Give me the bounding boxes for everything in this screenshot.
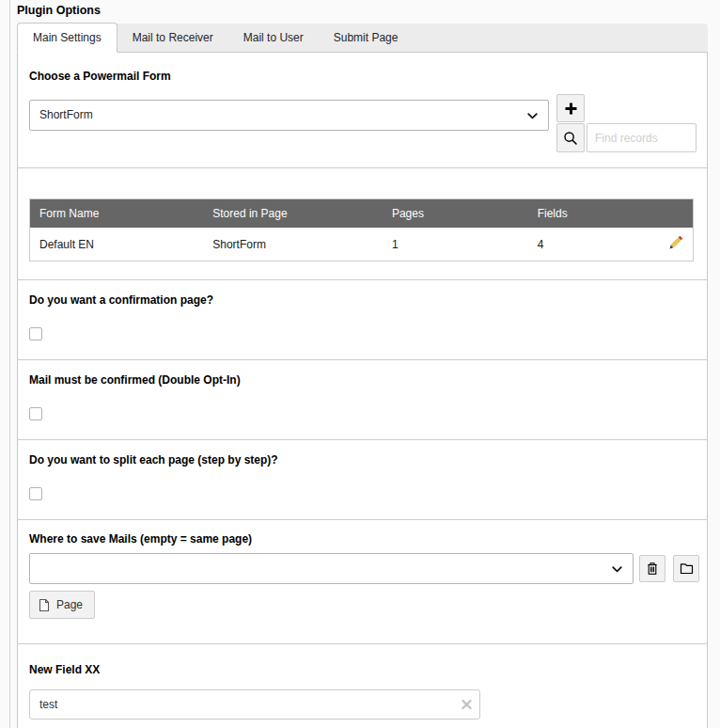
powermail-form-select[interactable]: ShortForm: [29, 100, 549, 131]
section-split-pages: Do you want to split each page (step by …: [18, 440, 707, 520]
tab-mail-to-user[interactable]: Mail to User: [228, 24, 319, 52]
table-row: Default EN ShortForm 1 4: [30, 228, 694, 261]
tab-main-settings[interactable]: Main Settings: [17, 23, 117, 53]
tab-bar: Main Settings Mail to Receiver Mail to U…: [17, 24, 708, 53]
column-header-stored-in-page: Stored in Page: [203, 199, 383, 229]
search-icon: [563, 131, 578, 146]
find-records-input[interactable]: [587, 123, 697, 152]
save-mails-select[interactable]: [29, 553, 634, 584]
page-title: Plugin Options: [17, 4, 720, 17]
page-button[interactable]: Page: [29, 591, 95, 619]
folder-icon: [680, 562, 694, 575]
powermail-form-selected-value: ShortForm: [39, 108, 93, 121]
add-record-button[interactable]: [556, 94, 585, 122]
plus-icon: [564, 102, 578, 116]
page-icon: [39, 598, 50, 612]
tab-mail-to-receiver[interactable]: Mail to Receiver: [117, 24, 228, 52]
table-header-row: Form Name Stored in Page Pages Fields: [30, 199, 694, 229]
section-save-mails: Where to save Mails (empty = same page): [18, 520, 707, 644]
plugin-options-container: Plugin Options Main Settings Mail to Rec…: [9, 0, 720, 728]
cell-form-name: Default EN: [30, 228, 204, 261]
cell-stored-in-page: ShortForm: [203, 228, 383, 261]
double-opt-in-label: Mail must be confirmed (Double Opt-In): [29, 373, 696, 387]
clear-input-icon[interactable]: [462, 700, 472, 710]
pencil-icon: [668, 235, 683, 250]
double-opt-in-checkbox[interactable]: [29, 407, 42, 420]
column-header-actions: [641, 199, 694, 229]
tab-submit-page[interactable]: Submit Page: [319, 24, 414, 52]
split-pages-label: Do you want to split each page (step by …: [29, 453, 696, 467]
cell-fields: 4: [528, 228, 641, 261]
section-new-field: New Field XX: [18, 644, 707, 728]
section-choose-form: Choose a Powermail Form ShortForm: [18, 53, 707, 168]
chevron-down-icon: [527, 113, 538, 119]
chevron-down-icon: [612, 566, 622, 573]
edit-record-button[interactable]: [668, 235, 683, 250]
split-pages-checkbox[interactable]: [29, 487, 42, 500]
search-button[interactable]: [556, 123, 585, 152]
records-table: Form Name Stored in Page Pages Fields De…: [29, 198, 694, 261]
confirmation-page-checkbox[interactable]: [29, 327, 42, 340]
section-double-opt-in: Mail must be confirmed (Double Opt-In): [18, 360, 707, 440]
section-records-table: Form Name Stored in Page Pages Fields De…: [18, 168, 707, 280]
cell-pages: 1: [383, 228, 528, 261]
column-header-form-name: Form Name: [30, 199, 204, 229]
choose-form-label: Choose a Powermail Form: [29, 70, 696, 83]
column-header-pages: Pages: [383, 199, 528, 229]
save-mails-label: Where to save Mails (empty = same page): [29, 532, 696, 546]
page-button-label: Page: [56, 598, 83, 611]
trash-icon: [646, 562, 659, 576]
tab-content-panel: Choose a Powermail Form ShortForm: [17, 53, 708, 728]
new-field-label: New Field XX: [29, 663, 696, 676]
column-header-fields: Fields: [528, 199, 641, 229]
section-confirmation-page: Do you want a confirmation page?: [18, 280, 707, 360]
new-field-input[interactable]: [29, 689, 480, 720]
browse-records-button[interactable]: [673, 555, 699, 582]
remove-selection-button[interactable]: [639, 555, 665, 582]
confirmation-page-label: Do you want a confirmation page?: [29, 293, 696, 307]
